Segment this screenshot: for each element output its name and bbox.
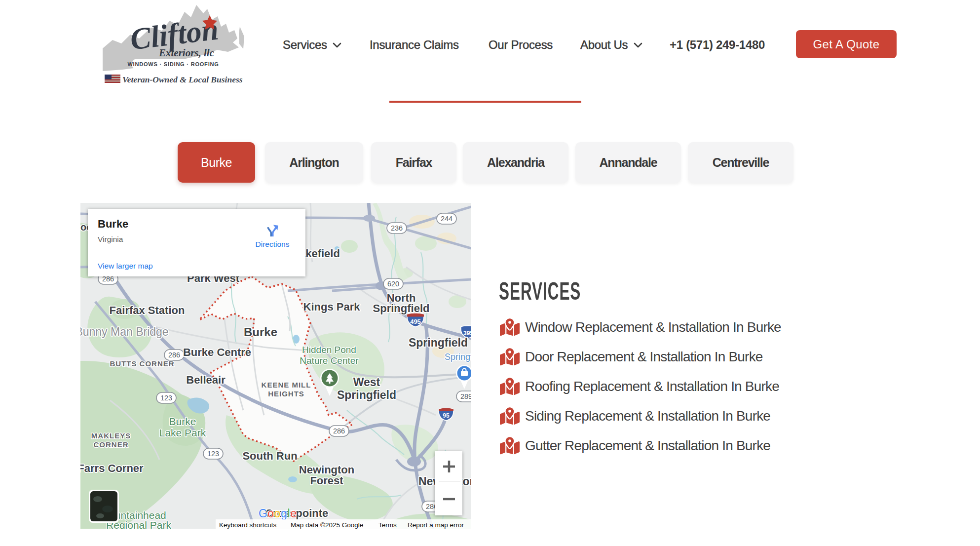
- svg-text:MAKLEYS: MAKLEYS: [91, 431, 131, 440]
- svg-text:Nature Center: Nature Center: [300, 355, 359, 366]
- svg-text:Terms: Terms: [378, 521, 397, 529]
- svg-text:Belleair: Belleair: [186, 374, 226, 386]
- svg-text:Burke: Burke: [169, 416, 196, 427]
- svg-text:395: 395: [463, 330, 471, 337]
- svg-text:Directions: Directions: [256, 240, 290, 248]
- svg-text:244: 244: [441, 215, 452, 223]
- svg-text:495: 495: [410, 318, 421, 325]
- svg-text:BUTTS CORNER: BUTTS CORNER: [110, 359, 174, 368]
- svg-text:o: o: [274, 507, 281, 520]
- svg-text:Springfield: Springfield: [409, 336, 468, 349]
- svg-text:Fairfax Station: Fairfax Station: [110, 304, 185, 316]
- svg-text:Burke Centre: Burke Centre: [183, 346, 251, 358]
- svg-text:620: 620: [387, 280, 399, 288]
- svg-text:Burke: Burke: [244, 325, 277, 339]
- svg-text:HEIGHTS: HEIGHTS: [268, 390, 304, 398]
- svg-text:e: e: [291, 507, 297, 520]
- svg-text:l: l: [288, 507, 290, 520]
- svg-text:WINDOWS · SIDING · ROOFING: WINDOWS · SIDING · ROOFING: [127, 61, 219, 67]
- svg-text:o: o: [267, 507, 274, 520]
- svg-text:Forest: Forest: [310, 474, 343, 487]
- svg-text:Springfield: Springfield: [445, 352, 471, 362]
- svg-text:South Run: South Run: [242, 450, 297, 462]
- svg-text:Springfield: Springfield: [373, 302, 430, 314]
- svg-text:Burke: Burke: [98, 218, 128, 230]
- svg-text:123: 123: [207, 450, 219, 458]
- svg-text:G: G: [259, 507, 267, 520]
- svg-text:Farrs Corner: Farrs Corner: [80, 462, 144, 474]
- svg-text:Virginia: Virginia: [98, 235, 123, 243]
- svg-text:View larger map: View larger map: [98, 262, 153, 270]
- svg-text:Map data ©2025 Google: Map data ©2025 Google: [291, 521, 363, 529]
- svg-text:CORNER: CORNER: [93, 440, 128, 449]
- svg-text:286: 286: [168, 351, 180, 359]
- svg-text:Springfield: Springfield: [337, 389, 396, 401]
- svg-text:Bunny Man Bridge: Bunny Man Bridge: [80, 325, 169, 338]
- svg-text:Report a map error: Report a map error: [408, 521, 464, 529]
- svg-text:KEENE MILL: KEENE MILL: [262, 381, 311, 389]
- svg-text:Hidden Pond: Hidden Pond: [302, 345, 356, 355]
- svg-text:123: 123: [160, 394, 172, 402]
- svg-text:Kings Park: Kings Park: [303, 301, 361, 313]
- svg-text:95: 95: [443, 412, 450, 419]
- svg-text:g: g: [281, 507, 287, 520]
- svg-text:Exteriors, llc: Exteriors, llc: [158, 47, 215, 59]
- svg-text:West: West: [353, 376, 380, 389]
- svg-text:Keyboard shortcuts: Keyboard shortcuts: [219, 521, 277, 529]
- svg-text:Lake Park: Lake Park: [159, 427, 206, 438]
- svg-text:286: 286: [333, 427, 345, 435]
- svg-text:236: 236: [391, 224, 403, 232]
- svg-text:289: 289: [460, 392, 471, 400]
- svg-text:Veteran-Owned & Local Business: Veteran-Owned & Local Business: [122, 75, 243, 84]
